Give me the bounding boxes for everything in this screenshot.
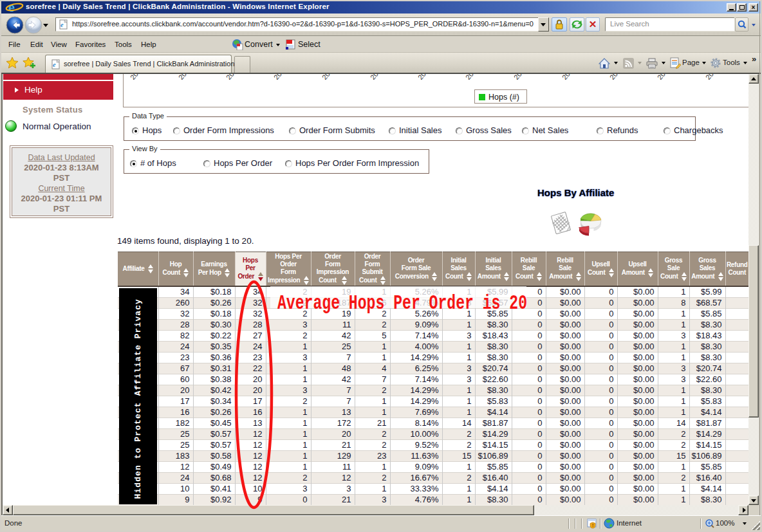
svg-text:e: e: [60, 21, 64, 28]
svg-text:e: e: [53, 61, 56, 68]
svg-text:!: !: [592, 523, 593, 527]
